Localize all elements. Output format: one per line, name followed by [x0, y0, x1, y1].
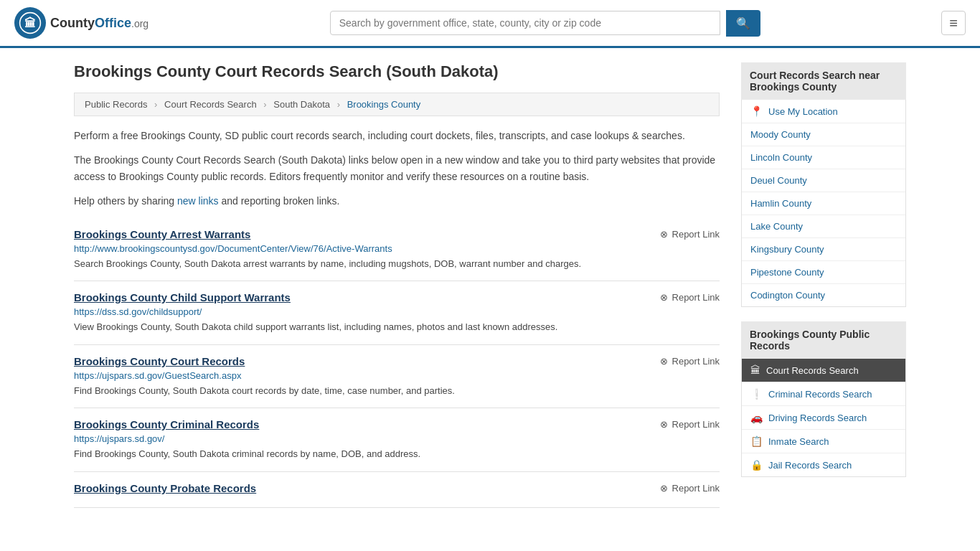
hamburger-icon: ≡	[949, 15, 958, 31]
header: 🏛 CountyOffice.org 🔍 ≡	[0, 0, 980, 48]
breadcrumb-sep-2: ›	[263, 99, 266, 110]
sidebar-item-criminal-records-search[interactable]: ❕ Criminal Records Search	[742, 382, 905, 406]
sidebar-item-lincoln-county[interactable]: Lincoln County	[742, 146, 905, 169]
sidebar-label-lake: Lake County	[750, 221, 803, 232]
report-link-btn-child-support[interactable]: ⊗ Report Link	[660, 292, 720, 303]
link-item-header: Brookings County Arrest Warrants ⊗ Repor…	[74, 228, 720, 240]
nearby-list: 📍 Use My Location Moody County Lincoln C…	[741, 100, 906, 307]
sidebar-item-moody-county[interactable]: Moody County	[742, 123, 905, 146]
public-records-section-title: Brookings County Public Records	[741, 321, 906, 359]
desc-para-1: Perform a free Brookings County, SD publ…	[74, 128, 720, 143]
breadcrumb-south-dakota[interactable]: South Dakota	[273, 99, 330, 110]
svg-text:🏛: 🏛	[24, 17, 36, 29]
sidebar-label-criminal-records-search: Criminal Records Search	[768, 389, 872, 400]
sidebar: Court Records Search near Brookings Coun…	[741, 62, 906, 508]
sidebar-item-pipestone-county[interactable]: Pipestone County	[742, 261, 905, 284]
link-title-probate-records[interactable]: Brookings County Probate Records	[74, 482, 256, 494]
main-container: Brookings County Court Records Search (S…	[60, 48, 920, 522]
breadcrumb: Public Records › Court Records Search › …	[74, 93, 720, 116]
inmate-icon: 📋	[750, 435, 763, 447]
link-item-court-records: Brookings County Court Records ⊗ Report …	[74, 345, 720, 409]
jail-icon: 🔒	[750, 459, 763, 471]
report-icon-1: ⊗	[660, 292, 668, 303]
link-url-arrest-warrants[interactable]: http://www.brookingscountysd.gov/Documen…	[74, 243, 720, 254]
breadcrumb-sep-1: ›	[154, 99, 157, 110]
link-url-child-support[interactable]: https://dss.sd.gov/childsupport/	[74, 306, 720, 317]
sidebar-label-kingsbury: Kingsbury County	[750, 244, 824, 255]
sidebar-item-inmate-search[interactable]: 📋 Inmate Search	[742, 430, 905, 453]
search-icon: 🔍	[736, 17, 750, 29]
sidebar-item-hamlin-county[interactable]: Hamlin County	[742, 192, 905, 215]
nearby-section-title: Court Records Search near Brookings Coun…	[741, 62, 906, 100]
breadcrumb-court-records[interactable]: Court Records Search	[164, 99, 257, 110]
link-item-probate-records: Brookings County Probate Records ⊗ Repor…	[74, 472, 720, 508]
link-desc-criminal-records: Find Brookings County, South Dakota crim…	[74, 447, 720, 461]
sidebar-label-deuel: Deuel County	[750, 175, 807, 186]
sidebar-label-moody: Moody County	[750, 129, 811, 140]
link-desc-child-support: View Brookings County, South Dakota chil…	[74, 320, 720, 334]
link-item-criminal-records: Brookings County Criminal Records ⊗ Repo…	[74, 408, 720, 472]
sidebar-item-lake-county[interactable]: Lake County	[742, 215, 905, 238]
sidebar-label-jail-records-search: Jail Records Search	[768, 460, 852, 471]
report-link-btn-probate-records[interactable]: ⊗ Report Link	[660, 483, 720, 494]
link-item-header-5: Brookings County Probate Records ⊗ Repor…	[74, 482, 720, 494]
page-title: Brookings County Court Records Search (S…	[74, 62, 720, 81]
logo-text: CountyOffice.org	[50, 16, 149, 31]
sidebar-label-pipestone: Pipestone County	[750, 267, 824, 278]
public-records-list: 🏛 Court Records Search ❕ Criminal Record…	[741, 359, 906, 477]
link-item-header-3: Brookings County Court Records ⊗ Report …	[74, 355, 720, 367]
sidebar-label-use-my-location: Use My Location	[768, 106, 838, 117]
link-title-child-support[interactable]: Brookings County Child Support Warrants	[74, 291, 291, 303]
link-url-court-records[interactable]: https://ujspars.sd.gov/GuestSearch.aspx	[74, 370, 720, 381]
search-button[interactable]: 🔍	[726, 10, 760, 37]
sidebar-label-court-records-search: Court Records Search	[766, 365, 859, 376]
breadcrumb-current: Brookings County	[347, 99, 421, 110]
sidebar-label-hamlin: Hamlin County	[750, 198, 811, 209]
court-icon: 🏛	[750, 364, 760, 376]
content-area: Brookings County Court Records Search (S…	[74, 62, 720, 508]
link-title-criminal-records[interactable]: Brookings County Criminal Records	[74, 418, 259, 430]
sidebar-item-kingsbury-county[interactable]: Kingsbury County	[742, 238, 905, 261]
driving-icon: 🚗	[750, 412, 763, 423]
report-icon-2: ⊗	[660, 356, 668, 367]
link-item-child-support: Brookings County Child Support Warrants …	[74, 281, 720, 345]
link-item-arrest-warrants: Brookings County Arrest Warrants ⊗ Repor…	[74, 218, 720, 282]
link-item-header-4: Brookings County Criminal Records ⊗ Repo…	[74, 418, 720, 430]
report-link-btn-arrest-warrants[interactable]: ⊗ Report Link	[660, 229, 720, 240]
link-title-court-records[interactable]: Brookings County Court Records	[74, 355, 245, 367]
link-desc-arrest-warrants: Search Brookings County, South Dakota ar…	[74, 257, 720, 271]
sidebar-item-court-records-search[interactable]: 🏛 Court Records Search	[742, 359, 905, 382]
report-icon-0: ⊗	[660, 229, 668, 240]
logo-icon: 🏛	[14, 7, 46, 39]
breadcrumb-sep-3: ›	[337, 99, 340, 110]
report-link-btn-court-records[interactable]: ⊗ Report Link	[660, 356, 720, 367]
link-desc-court-records: Find Brookings County, South Dakota cour…	[74, 384, 720, 398]
link-title-arrest-warrants[interactable]: Brookings County Arrest Warrants	[74, 228, 250, 240]
search-input[interactable]	[330, 11, 720, 35]
search-area: 🔍	[330, 10, 760, 37]
sidebar-label-codington: Codington County	[750, 290, 825, 301]
link-item-header-2: Brookings County Child Support Warrants …	[74, 291, 720, 303]
sidebar-label-lincoln: Lincoln County	[750, 152, 812, 163]
report-icon-4: ⊗	[660, 483, 668, 494]
link-url-criminal-records[interactable]: https://ujspars.sd.gov/	[74, 433, 720, 444]
criminal-icon: ❕	[750, 388, 763, 400]
menu-button[interactable]: ≡	[941, 11, 966, 35]
report-link-btn-criminal-records[interactable]: ⊗ Report Link	[660, 419, 720, 430]
report-icon-3: ⊗	[660, 419, 668, 430]
logo-area: 🏛 CountyOffice.org	[14, 7, 149, 39]
sidebar-item-use-my-location[interactable]: 📍 Use My Location	[742, 100, 905, 123]
location-icon: 📍	[750, 105, 763, 117]
sidebar-item-codington-county[interactable]: Codington County	[742, 284, 905, 306]
desc-para-2: The Brookings County Court Records Searc…	[74, 152, 720, 184]
sidebar-label-inmate-search: Inmate Search	[768, 436, 829, 447]
breadcrumb-public-records[interactable]: Public Records	[85, 99, 147, 110]
sidebar-label-driving-records-search: Driving Records Search	[768, 413, 867, 423]
sidebar-item-deuel-county[interactable]: Deuel County	[742, 169, 905, 192]
desc-para-3: Help others by sharing new links and rep…	[74, 193, 720, 209]
sidebar-item-jail-records-search[interactable]: 🔒 Jail Records Search	[742, 453, 905, 476]
new-links-link[interactable]: new links	[177, 195, 219, 207]
sidebar-item-driving-records-search[interactable]: 🚗 Driving Records Search	[742, 406, 905, 430]
